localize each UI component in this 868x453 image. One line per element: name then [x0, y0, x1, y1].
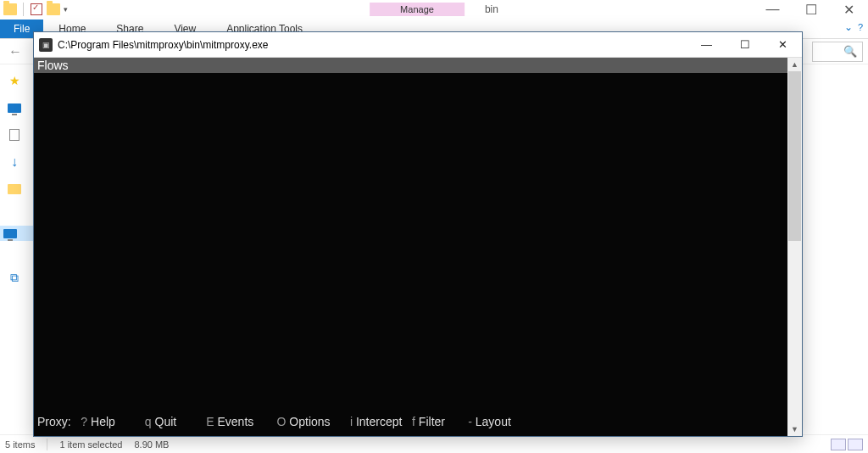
explorer-window-title: bin — [485, 3, 498, 15]
console-titlebar[interactable]: ▣ C:\Program Files\mitmproxy\bin\mitmpro… — [34, 32, 802, 58]
pictures-nav-icon[interactable] — [3, 182, 25, 197]
console-footer: Proxy: ? Help q Quit E Events O Options … — [34, 415, 787, 430]
downloads-nav-icon[interactable]: ↓ — [3, 154, 25, 170]
documents-nav-icon[interactable] — [3, 127, 25, 143]
console-app-icon: ▣ — [39, 38, 53, 52]
scroll-thumb[interactable] — [788, 71, 801, 241]
search-icon: 🔍 — [843, 45, 857, 58]
properties-qat-icon[interactable] — [30, 3, 43, 16]
search-box[interactable]: 🔍 — [812, 42, 863, 62]
qat-separator — [23, 3, 24, 16]
footer-prefix: Proxy: — [37, 415, 71, 430]
thispc-nav-icon[interactable] — [0, 226, 34, 241]
nav-back-button[interactable]: ← — [5, 42, 25, 62]
footer-options: O Options — [277, 415, 331, 430]
footer-filter: f Filter — [412, 415, 445, 430]
view-large-icon[interactable] — [848, 439, 863, 450]
ribbon-context-tab[interactable]: Manage — [370, 3, 465, 16]
console-window: ▣ C:\Program Files\mitmproxy\bin\mitmpro… — [33, 31, 803, 437]
ribbon-collapse-icon[interactable]: ⌄ — [844, 21, 853, 33]
status-items-count: 5 items — [5, 439, 35, 450]
desktop-nav-icon[interactable] — [3, 100, 25, 115]
footer-help: ? Help — [81, 415, 114, 430]
explorer-minimize-button[interactable]: — — [754, 0, 792, 19]
folder-qat-icon[interactable] — [3, 3, 17, 16]
console-close-button[interactable]: ✕ — [764, 32, 802, 57]
console-body[interactable]: Flows Proxy: ? Help q Quit E Events O Op… — [34, 58, 802, 436]
help-icon[interactable]: ? — [858, 22, 863, 32]
console-title: C:\Program Files\mitmproxy\bin\mitmproxy… — [58, 39, 269, 51]
nav-pane: ★ ↓ ⧉ — [0, 64, 36, 434]
footer-quit: q Quit — [145, 415, 176, 430]
scroll-down-arrow-icon[interactable]: ▼ — [787, 422, 802, 436]
status-separator — [47, 439, 47, 450]
newfolder-qat-icon[interactable] — [47, 3, 60, 16]
scroll-up-arrow-icon[interactable]: ▲ — [787, 58, 802, 71]
footer-events: E Events — [206, 415, 253, 430]
footer-intercept: i Intercept — [350, 415, 403, 430]
status-bar: 5 items 1 item selected 8.90 MB — [0, 434, 868, 453]
console-minimize-button[interactable]: — — [687, 32, 726, 57]
explorer-maximize-button[interactable]: ☐ — [792, 0, 830, 19]
qat-dropdown-icon[interactable]: ▾ — [64, 5, 68, 14]
view-details-icon[interactable] — [831, 439, 846, 450]
console-scrollbar[interactable]: ▲ ▼ — [787, 58, 802, 436]
flows-header: Flows — [34, 58, 787, 73]
footer-layout: - Layout — [468, 415, 511, 430]
console-maximize-button[interactable]: ☐ — [726, 32, 764, 57]
network-nav-icon[interactable]: ⧉ — [3, 270, 25, 285]
status-selection: 1 item selected — [59, 439, 122, 450]
status-size: 8.90 MB — [134, 439, 169, 450]
explorer-close-button[interactable]: ✕ — [830, 0, 868, 19]
explorer-titlebar: ▾ Manage bin — ☐ ✕ — [0, 0, 868, 19]
quick-access-icon[interactable]: ★ — [3, 73, 25, 88]
